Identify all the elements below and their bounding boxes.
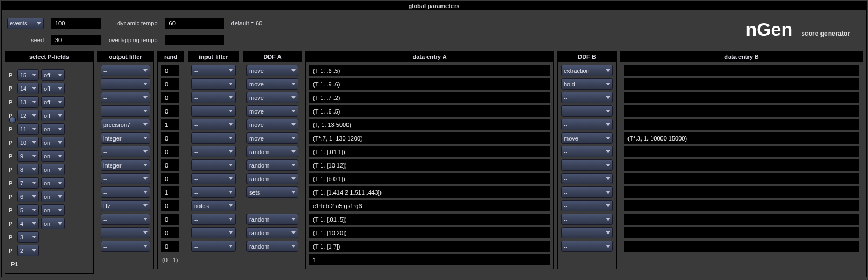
p-onoff-dropdown[interactable]: on	[41, 164, 65, 175]
data-b-input[interactable]	[624, 214, 859, 225]
ddf-b-dropdown[interactable]: --	[561, 146, 613, 157]
rand-value[interactable]: 0	[161, 146, 179, 157]
output-filter-dropdown[interactable]: --	[101, 92, 150, 103]
data-a-input[interactable]	[309, 214, 550, 225]
data-a-input[interactable]	[309, 65, 550, 76]
dynamic-tempo-input[interactable]	[165, 18, 224, 29]
output-filter-dropdown[interactable]: --	[101, 105, 150, 117]
data-a-input[interactable]	[309, 92, 550, 103]
p-number-dropdown[interactable]: 7	[17, 177, 39, 189]
ddf-b-dropdown[interactable]: --	[561, 92, 613, 103]
rand-value[interactable]: 0	[161, 78, 179, 90]
rand-value[interactable]: 1	[161, 186, 179, 198]
input-filter-dropdown[interactable]: --	[191, 65, 236, 76]
p-number-dropdown[interactable]: 10	[17, 137, 39, 148]
ddf-a-dropdown[interactable]: move	[246, 132, 298, 144]
data-a-input[interactable]	[309, 186, 550, 198]
input-filter-dropdown[interactable]: --	[191, 119, 236, 130]
ddf-a-dropdown[interactable]: move	[246, 105, 298, 117]
data-b-input[interactable]	[624, 92, 859, 103]
data-b-input[interactable]	[624, 241, 859, 252]
data-b-input[interactable]	[624, 146, 859, 157]
data-b-input[interactable]	[624, 78, 859, 90]
p-onoff-dropdown[interactable]: off	[41, 83, 65, 94]
output-filter-dropdown[interactable]: --	[101, 214, 150, 225]
output-filter-dropdown[interactable]: --	[101, 65, 150, 76]
p-number-dropdown[interactable]: 12	[17, 110, 39, 121]
rand-value[interactable]: 0	[161, 159, 179, 171]
p-number-dropdown[interactable]: 3	[17, 231, 39, 243]
p-onoff-dropdown[interactable]: on	[41, 204, 65, 216]
ddf-b-dropdown[interactable]: move	[561, 132, 613, 144]
rand-value[interactable]: 0	[161, 200, 179, 211]
ddf-a-dropdown[interactable]: random	[246, 214, 298, 225]
input-filter-dropdown[interactable]: --	[191, 146, 236, 157]
rand-value[interactable]: 0	[161, 105, 179, 117]
p-onoff-dropdown[interactable]: on	[41, 177, 65, 189]
rand-value[interactable]: 0	[161, 227, 179, 238]
data-a-input[interactable]	[309, 227, 550, 238]
ddf-b-dropdown[interactable]: --	[561, 200, 613, 211]
data-a-input[interactable]	[309, 200, 550, 211]
output-filter-dropdown[interactable]: --	[101, 241, 150, 252]
p-number-dropdown[interactable]: 11	[17, 123, 39, 135]
events-input[interactable]	[51, 18, 101, 29]
data-b-input[interactable]	[624, 132, 859, 144]
data-a-input[interactable]	[309, 132, 550, 144]
ddf-a-dropdown[interactable]: random	[246, 146, 298, 157]
overlapping-tempo-input[interactable]	[165, 35, 224, 45]
rand-value[interactable]: 0	[161, 214, 179, 225]
ddf-a-dropdown[interactable]: move	[246, 92, 298, 103]
ddf-a-dropdown[interactable]: random	[246, 227, 298, 238]
input-filter-dropdown[interactable]: --	[191, 132, 236, 144]
input-filter-dropdown[interactable]: --	[191, 227, 236, 238]
input-filter-dropdown[interactable]: --	[191, 186, 236, 198]
p-number-dropdown[interactable]: 13	[17, 96, 39, 108]
ddf-b-dropdown[interactable]: extraction	[561, 65, 613, 76]
rand-value[interactable]: 0	[161, 241, 179, 252]
output-filter-dropdown[interactable]: --	[101, 78, 150, 90]
output-filter-dropdown[interactable]: --	[101, 227, 150, 238]
ddf-b-dropdown[interactable]: --	[561, 227, 613, 238]
input-filter-dropdown[interactable]: --	[191, 214, 236, 225]
p-onoff-dropdown[interactable]: on	[41, 123, 65, 135]
ddf-b-dropdown[interactable]: --	[561, 173, 613, 184]
p-onoff-dropdown[interactable]: off	[41, 69, 65, 81]
ddf-b-dropdown[interactable]: --	[561, 119, 613, 130]
data-a-input[interactable]	[309, 159, 550, 171]
input-filter-dropdown[interactable]: --	[191, 78, 236, 90]
p-onoff-dropdown[interactable]: on	[41, 137, 65, 148]
ddf-a-dropdown[interactable]: random	[246, 159, 298, 171]
ddf-b-dropdown[interactable]: --	[561, 186, 613, 198]
data-b-input[interactable]	[624, 105, 859, 117]
data-a-input[interactable]	[309, 78, 550, 90]
data-a-input[interactable]	[309, 105, 550, 117]
ddf-a-dropdown[interactable]: random	[246, 173, 298, 184]
output-filter-dropdown[interactable]: integer	[101, 132, 150, 144]
data-a-input[interactable]	[309, 146, 550, 157]
data-b-input[interactable]	[624, 227, 859, 238]
ddf-a-dropdown[interactable]: sets	[246, 186, 298, 198]
data-a-input[interactable]	[309, 241, 550, 252]
ddf-a-dropdown[interactable]: random	[246, 241, 298, 252]
pfields-slider[interactable]	[9, 65, 16, 68]
p-onoff-dropdown[interactable]: on	[41, 218, 65, 229]
rand-value[interactable]: 1	[161, 119, 179, 130]
data-b-input[interactable]	[624, 186, 859, 198]
p-number-dropdown[interactable]: 8	[17, 164, 39, 175]
data-b-input[interactable]	[624, 119, 859, 130]
data-a-input[interactable]	[309, 119, 550, 130]
p-number-dropdown[interactable]: 2	[17, 245, 39, 256]
input-filter-dropdown[interactable]: --	[191, 241, 236, 252]
output-filter-dropdown[interactable]: --	[101, 186, 150, 198]
data-b-input[interactable]	[624, 65, 859, 76]
p-number-dropdown[interactable]: 5	[17, 204, 39, 216]
data-a-input[interactable]	[309, 173, 550, 184]
ddf-a-dropdown[interactable]: move	[246, 78, 298, 90]
data-b-input[interactable]	[624, 173, 859, 184]
rand-value[interactable]: 0	[161, 92, 179, 103]
rand-value[interactable]: 0	[161, 132, 179, 144]
p-onoff-dropdown[interactable]: on	[41, 150, 65, 162]
input-filter-dropdown[interactable]: --	[191, 92, 236, 103]
p-number-dropdown[interactable]: 9	[17, 150, 39, 162]
